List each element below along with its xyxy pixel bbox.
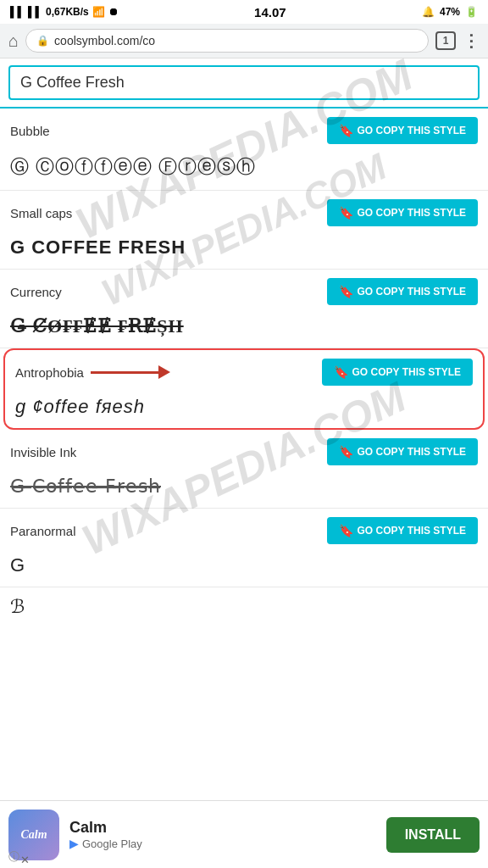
copy-icon-smallcaps: 🔖: [339, 206, 353, 220]
style-header-invisible: Invisible Ink 🔖 GO COPY THIS STYLE: [10, 438, 478, 465]
signal-icon: ▌▌: [10, 6, 25, 18]
status-bar: ▌▌ ▌▌ 0,67KB/s 📶 ⏺ 14.07 🔔 47% 🔋: [0, 0, 488, 24]
antrophobia-label-area: Antrophobia: [15, 365, 170, 380]
bottom-partial: ℬ: [0, 587, 488, 694]
copy-label-antrophobia: GO COPY THIS STYLE: [352, 366, 461, 378]
battery-pct: 47%: [440, 6, 460, 18]
style-header-antrophobia: Antrophobia 🔖 GO COPY THIS STYLE: [15, 359, 473, 386]
style-preview-antrophobia: g ¢offee fяesh: [15, 392, 473, 420]
ad-banner: Calm Calm ▶ Google Play INSTALL ⓘ ✕: [0, 800, 488, 868]
style-preview-invisible: G̶ ̶C̶o̶f̶f̶e̶e̶ ̶F̶r̶e̶s̶h̶: [10, 472, 478, 499]
style-preview-paranormal: G: [10, 551, 478, 578]
style-row-antrophobia: Antrophobia 🔖 GO COPY THIS STYLE g ¢offe…: [3, 348, 485, 430]
signal2-icon: ▌▌: [28, 6, 42, 18]
recording-icon: ⏺: [108, 6, 119, 18]
arrow-shaft: [91, 371, 158, 374]
wifi-icon: 📶: [92, 6, 105, 18]
install-button[interactable]: INSTALL: [386, 817, 480, 853]
style-preview-bubble: Ⓖ Ⓒⓞⓕⓕⓔⓔ Ⓕⓡⓔⓢⓗ: [10, 151, 478, 181]
ad-close-icon[interactable]: ✕: [20, 854, 30, 866]
copy-button-antrophobia[interactable]: 🔖 GO COPY THIS STYLE: [322, 359, 473, 386]
style-name-currency: Currency: [10, 285, 62, 299]
style-header-paranormal: Paranormal 🔖 GO COPY THIS STYLE: [10, 517, 478, 544]
copy-label-currency: GO COPY THIS STYLE: [358, 286, 466, 298]
data-speed: 0,67KB/s: [46, 6, 89, 18]
style-row-bubble: WIXAPEDIA.COM Bubble 🔖 GO COPY THIS STYL…: [0, 108, 488, 191]
url-text: coolsymbol.com/co: [54, 34, 155, 47]
copy-label-paranormal: GO COPY THIS STYLE: [358, 525, 466, 537]
style-row-paranormal: Paranormal 🔖 GO COPY THIS STYLE G: [0, 509, 488, 587]
google-play-icon: ▶: [69, 837, 79, 850]
style-preview-smallcaps: G COFFEE FRESH: [10, 233, 478, 260]
bottom-text: ℬ: [10, 596, 25, 617]
style-row-currency: Currency 🔖 GO COPY THIS STYLE Ǥ ȻØ₣₣ɆɆ ₣…: [0, 270, 488, 348]
style-header-currency: Currency 🔖 GO COPY THIS STYLE: [10, 278, 478, 305]
ad-title: Calm: [69, 819, 376, 837]
copy-button-currency[interactable]: 🔖 GO COPY THIS STYLE: [327, 278, 478, 305]
copy-button-smallcaps[interactable]: 🔖 GO COPY THIS STYLE: [327, 199, 478, 226]
style-name-smallcaps: Small caps: [10, 206, 72, 220]
tabs-button[interactable]: 1: [435, 31, 456, 50]
ad-icon-text: Calm: [20, 828, 47, 842]
copy-button-bubble[interactable]: 🔖 GO COPY THIS STYLE: [327, 117, 478, 144]
status-right: 🔔 47% 🔋: [422, 6, 478, 18]
status-time: 14.07: [254, 5, 286, 19]
lock-icon: 🔒: [36, 35, 49, 47]
copy-label-invisible: GO COPY THIS STYLE: [358, 446, 466, 458]
copy-icon-invisible: 🔖: [339, 445, 353, 459]
ad-info-icon[interactable]: ⓘ: [8, 849, 19, 865]
style-name-bubble: Bubble: [10, 124, 50, 138]
browser-toolbar: ⌂ 🔒 coolsymbol.com/co 1 ⋮: [0, 24, 488, 58]
ad-subtitle: ▶ Google Play: [69, 837, 376, 850]
copy-icon-antrophobia: 🔖: [334, 365, 348, 379]
ad-subtitle-text: Google Play: [82, 837, 142, 850]
ad-text-area: Calm ▶ Google Play: [69, 819, 376, 850]
arrow: [91, 365, 170, 379]
url-bar[interactable]: 🔒 coolsymbol.com/co: [25, 29, 429, 53]
style-name-antrophobia: Antrophobia: [15, 365, 84, 380]
search-section: [0, 58, 488, 108]
search-input[interactable]: [8, 65, 480, 100]
copy-button-invisible[interactable]: 🔖 GO COPY THIS STYLE: [327, 438, 478, 465]
copy-icon-paranormal: 🔖: [339, 524, 353, 537]
copy-icon-bubble: 🔖: [339, 124, 353, 137]
style-row-invisible: WIXAPEDIA.COM Invisible Ink 🔖 GO COPY TH…: [0, 430, 488, 509]
arrow-head: [158, 365, 170, 379]
home-icon[interactable]: ⌂: [8, 31, 19, 51]
style-name-paranormal: Paranormal: [10, 524, 76, 538]
status-left: ▌▌ ▌▌ 0,67KB/s 📶 ⏺: [10, 6, 119, 18]
copy-button-paranormal[interactable]: 🔖 GO COPY THIS STYLE: [327, 517, 478, 544]
style-header-bubble: Bubble 🔖 GO COPY THIS STYLE: [10, 117, 478, 144]
copy-label-bubble: GO COPY THIS STYLE: [358, 125, 466, 136]
style-preview-currency: Ǥ ȻØ₣₣ɆɆ ₣ɌɆȘH: [10, 312, 478, 339]
alarm-icon: 🔔: [422, 6, 435, 18]
style-name-invisible: Invisible Ink: [10, 445, 76, 459]
menu-icon[interactable]: ⋮: [463, 31, 480, 51]
copy-icon-currency: 🔖: [339, 285, 353, 298]
style-row-smallcaps: WIXAPEDIA.COM Small caps 🔖 GO COPY THIS …: [0, 191, 488, 270]
copy-label-smallcaps: GO COPY THIS STYLE: [358, 207, 466, 219]
style-header-smallcaps: Small caps 🔖 GO COPY THIS STYLE: [10, 199, 478, 226]
battery-icon: 🔋: [465, 6, 478, 18]
